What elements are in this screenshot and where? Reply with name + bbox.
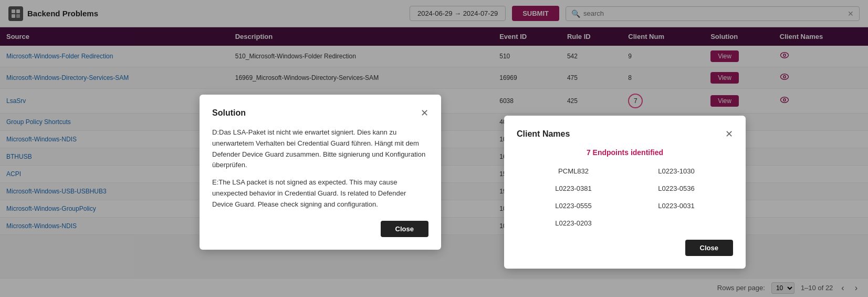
client-names-modal-header: Client Names ✕ (517, 128, 733, 140)
client-names-modal: Client Names ✕ 7 Endpoints identified PC… (504, 116, 746, 269)
client-names-modal-footer: Close (517, 240, 733, 256)
solution-text-en: E:The LSA packet is not signed as expect… (212, 177, 428, 210)
solution-modal-footer: Close (212, 221, 428, 237)
solution-modal-close-button[interactable]: ✕ (421, 107, 428, 119)
endpoints-label: 7 Endpoints identified (517, 148, 733, 157)
client-name-item: L0223-0536 (630, 182, 723, 194)
solution-text-de: D:Das LSA-Paket ist nicht wie erwartet s… (212, 127, 428, 171)
client-names-close-button[interactable]: Close (685, 240, 733, 256)
solution-modal-header: Solution ✕ (212, 107, 428, 119)
solution-modal-title: Solution (212, 108, 246, 118)
solution-modal: Solution ✕ D:Das LSA-Paket ist nicht wie… (200, 95, 441, 250)
client-names-modal-title: Client Names (517, 129, 570, 139)
solution-modal-body: D:Das LSA-Paket ist nicht wie erwartet s… (212, 127, 428, 210)
client-name-item: L0223-0031 (630, 200, 723, 212)
client-name-item (630, 217, 723, 229)
client-name-item: L0223-1030 (630, 165, 723, 177)
client-name-item: PCML832 (527, 165, 620, 177)
client-name-item: L0223-0203 (527, 217, 620, 229)
client-name-item: L0223-0555 (527, 200, 620, 212)
client-names-modal-close-button[interactable]: ✕ (725, 128, 733, 140)
client-names-grid: PCML832L0223-1030L0223-0381L0223-0536L02… (517, 165, 733, 229)
client-name-item: L0223-0381 (527, 182, 620, 194)
solution-close-button[interactable]: Close (381, 221, 428, 237)
